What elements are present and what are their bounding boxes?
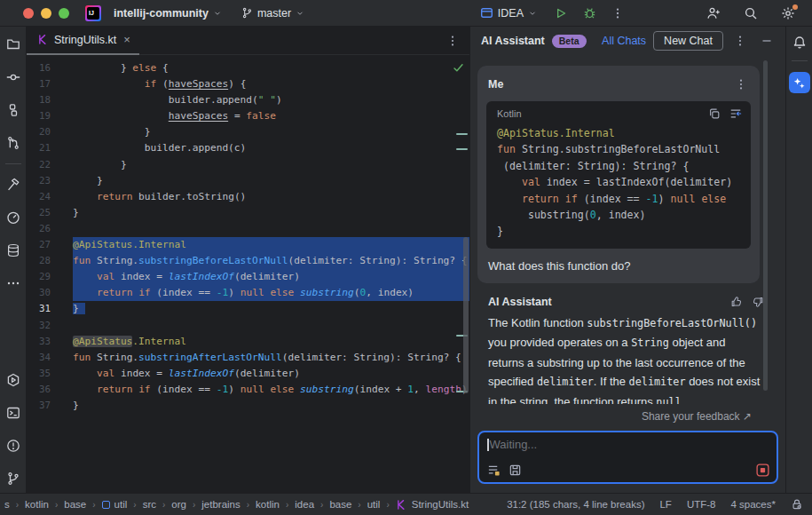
commit-tool-button[interactable] <box>6 70 20 84</box>
code-line[interactable]: 25} <box>27 205 469 221</box>
run-configuration-selector[interactable]: IDEA <box>475 4 542 22</box>
breadcrumb-item[interactable]: base <box>329 499 351 510</box>
build-tool-button[interactable] <box>6 178 20 192</box>
line-number[interactable]: 22 <box>27 157 73 173</box>
new-chat-button[interactable]: New Chat <box>653 31 723 51</box>
breadcrumb-item[interactable]: jetbrains <box>201 499 240 510</box>
code-line[interactable]: 32 <box>27 318 469 334</box>
breadcrumb-item[interactable]: StringUtils.kt <box>396 499 469 511</box>
code-line[interactable]: @ApiStatus.Internal <box>497 125 742 141</box>
maximize-window-button[interactable] <box>59 8 69 19</box>
code-line[interactable]: 22 } <box>27 157 469 173</box>
code-line[interactable]: 30 return if (index == -1) null else sub… <box>27 285 469 301</box>
code-line[interactable]: 37} <box>27 398 469 414</box>
code-line[interactable]: val index = lastIndexOf(delimiter) <box>497 174 742 190</box>
line-number[interactable]: 28 <box>27 253 73 269</box>
settings-button[interactable] <box>778 4 798 23</box>
code-line[interactable]: 36 return if (index == -1) null else sub… <box>27 382 469 398</box>
project-tool-button[interactable] <box>6 37 20 52</box>
line-number[interactable]: 27 <box>27 237 73 253</box>
ai-assistant-tool-button[interactable] <box>789 72 810 93</box>
code-line[interactable]: 29 val index = lastIndexOf(delimiter) <box>27 269 469 285</box>
line-separator-widget[interactable]: LF <box>659 499 671 510</box>
close-window-button[interactable] <box>23 8 34 19</box>
breadcrumb-item[interactable]: util <box>367 499 381 510</box>
line-number[interactable]: 24 <box>27 189 73 205</box>
stop-generation-button[interactable] <box>756 464 769 477</box>
breadcrumb-item[interactable]: s <box>4 499 10 510</box>
line-number[interactable]: 29 <box>27 269 73 285</box>
line-number[interactable]: 35 <box>27 366 73 382</box>
line-number[interactable]: 20 <box>27 124 73 140</box>
code-line[interactable]: (delimiter: String): String? { <box>497 158 742 174</box>
code-line[interactable]: 26 <box>27 221 469 237</box>
breadcrumb-item[interactable]: util <box>102 499 128 510</box>
code-line[interactable]: 33@ApiStatus.Internal <box>27 334 469 350</box>
code-line[interactable]: fun String.substringBeforeLastOrNull <box>497 141 742 157</box>
breadcrumb-item[interactable]: src <box>143 499 156 510</box>
code-editor[interactable]: 16 } else {17 if (haveSpaces) {18 builde… <box>27 55 469 493</box>
code-line[interactable]: 20 } <box>27 124 469 140</box>
code-line[interactable]: 16 } else { <box>27 60 469 76</box>
minimize-window-button[interactable] <box>41 8 51 19</box>
structure-tool-button[interactable] <box>6 103 20 117</box>
chat-scrollbar-thumb[interactable] <box>763 60 768 391</box>
project-selector[interactable]: intellij-community <box>108 4 227 22</box>
search-everywhere-button[interactable] <box>741 4 761 23</box>
line-number[interactable]: 18 <box>27 92 73 108</box>
insert-code-button[interactable] <box>729 107 742 120</box>
line-number[interactable]: 21 <box>27 140 73 156</box>
tab-stringutils[interactable]: StringUtils.kt × <box>27 27 139 55</box>
more-tool-windows-button[interactable] <box>6 276 20 290</box>
copy-code-button[interactable] <box>708 107 721 120</box>
all-chats-link[interactable]: All Chats <box>602 35 646 47</box>
code-line[interactable]: 27@ApiStatus.Internal <box>27 237 469 253</box>
line-number[interactable]: 26 <box>27 221 73 237</box>
line-number[interactable]: 23 <box>27 173 73 189</box>
terminal-tool-button[interactable] <box>6 406 20 420</box>
code-line[interactable]: 24 return builder.toString() <box>27 189 469 205</box>
breadcrumb-item[interactable]: kotlin <box>256 499 280 510</box>
database-tool-button[interactable] <box>6 243 20 258</box>
line-number[interactable]: 19 <box>27 108 73 124</box>
line-number[interactable]: 34 <box>27 350 73 366</box>
close-tab-icon[interactable]: × <box>123 33 130 46</box>
line-number[interactable]: 25 <box>27 205 73 221</box>
editor-scrollbar-thumb[interactable] <box>463 237 469 393</box>
breadcrumb-item[interactable]: idea <box>295 499 314 510</box>
breadcrumb-item[interactable]: kotlin <box>25 499 49 510</box>
line-number[interactable]: 32 <box>27 318 73 334</box>
breadcrumb-item[interactable]: org <box>171 499 186 510</box>
line-number[interactable]: 36 <box>27 382 73 398</box>
share-feedback-link[interactable]: Share your feedback ↗ <box>642 410 752 423</box>
code-line[interactable]: 18 builder.append(" ") <box>27 92 469 108</box>
code-line[interactable]: 19 haveSpaces = false <box>27 108 469 124</box>
code-line[interactable]: 31} <box>27 301 469 317</box>
code-line[interactable]: 35 val index = lastIndexOf(delimiter) <box>27 366 469 382</box>
git-tool-button[interactable] <box>6 471 20 486</box>
code-with-me-button[interactable] <box>704 4 723 23</box>
more-run-actions-button[interactable] <box>608 4 627 23</box>
code-line[interactable]: return if (index == -1) null else <box>497 191 742 207</box>
caret-position-widget[interactable]: 31:2 (185 chars, 4 line breaks) <box>507 499 644 510</box>
line-number[interactable]: 37 <box>27 398 73 414</box>
notifications-button[interactable] <box>792 36 807 50</box>
code-line[interactable]: 28fun String.substringBeforeLastOrNull(d… <box>27 253 469 269</box>
line-number[interactable]: 16 <box>27 60 73 76</box>
save-chat-button[interactable] <box>508 464 522 477</box>
message-options-button[interactable] <box>731 75 751 94</box>
run-button[interactable] <box>551 4 571 23</box>
editor-options-button[interactable] <box>443 31 462 51</box>
code-line[interactable]: 17 if (haveSpaces) { <box>27 76 469 92</box>
breadcrumb-item[interactable]: base <box>64 499 86 510</box>
prompt-library-button[interactable] <box>487 464 501 477</box>
pull-requests-tool-button[interactable] <box>6 136 20 150</box>
encoding-widget[interactable]: UTF-8 <box>687 499 716 510</box>
line-number[interactable]: 33 <box>27 334 73 350</box>
hide-panel-button[interactable] <box>757 31 777 51</box>
ai-panel-options-button[interactable] <box>730 31 750 51</box>
code-line[interactable]: substring(0, index) <box>497 207 742 223</box>
problems-tool-button[interactable] <box>6 439 20 453</box>
line-number[interactable]: 31 <box>27 301 73 317</box>
inspections-ok-icon[interactable] <box>453 62 464 74</box>
